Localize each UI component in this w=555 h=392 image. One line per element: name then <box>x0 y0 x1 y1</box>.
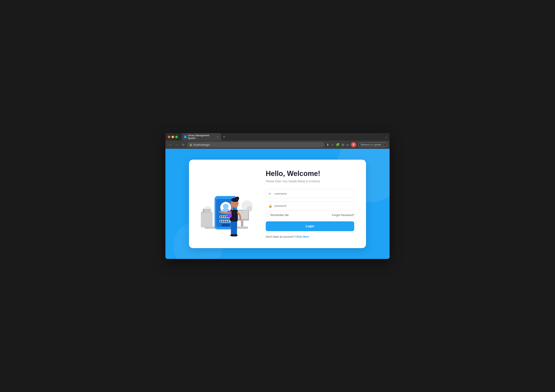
tab-bar: ⊙ Library Management System - ✕ + <box>182 133 387 141</box>
svg-point-19 <box>222 221 224 222</box>
new-tab-button[interactable]: + <box>222 135 226 139</box>
maximize-button[interactable] <box>175 136 178 138</box>
svg-point-37 <box>247 206 252 211</box>
relaunch-menu-icon: ⋮ <box>382 143 385 146</box>
relaunch-label: Relaunch to update <box>361 143 381 146</box>
illustration-side <box>197 170 256 237</box>
svg-point-27 <box>233 234 238 237</box>
tab-close-button[interactable]: ✕ <box>216 135 219 138</box>
form-subtitle: Please Enter Your Details Below to Conti… <box>266 180 354 183</box>
signup-text: Don't have an account? <box>266 235 295 238</box>
relaunch-button[interactable]: Relaunch to update ⋮ <box>358 143 387 147</box>
back-button[interactable]: ← <box>168 142 173 147</box>
chevron-down-icon[interactable]: ⌄ <box>385 135 387 138</box>
svg-point-20 <box>224 221 226 222</box>
page-content: Hello, Welcome! Please Enter Your Detail… <box>165 149 390 259</box>
toolbar-right: ⬆ ☆ 🧩 ⊟ ▭ E Relaunch to update ⋮ <box>327 142 387 147</box>
svg-rect-5 <box>241 221 243 226</box>
form-side: Hello, Welcome! Please Enter Your Detail… <box>266 169 354 238</box>
form-title: Hello, Welcome! <box>266 169 354 178</box>
svg-rect-23 <box>221 224 230 226</box>
form-options: Remember Me Forgot Password? <box>266 213 354 217</box>
bookmark-icon[interactable]: ☆ <box>331 143 334 147</box>
active-tab[interactable]: ⊙ Library Management System - ✕ <box>182 133 221 141</box>
traffic-lights <box>168 136 178 138</box>
svg-point-13 <box>222 216 224 218</box>
address-bar[interactable]: 🔒 localhost/login <box>187 142 324 147</box>
lock-icon: 🔒 <box>190 144 192 146</box>
browser-window: ⊙ Library Management System - ✕ + ⌄ ← → … <box>165 133 390 259</box>
svg-point-15 <box>226 216 227 218</box>
remember-me-label[interactable]: Remember Me <box>266 213 289 217</box>
password-icon: 🔒 <box>269 204 272 208</box>
tab-favicon: ⊙ <box>184 135 186 138</box>
svg-point-22 <box>228 221 229 222</box>
password-input[interactable] <box>266 201 354 210</box>
svg-point-39 <box>204 209 209 214</box>
sidebar-icon[interactable]: ⊟ <box>342 143 344 147</box>
browser-titlebar: ⊙ Library Management System - ✕ + ⌄ <box>165 133 390 141</box>
forward-button[interactable]: → <box>175 142 179 147</box>
login-button[interactable]: Login <box>266 221 354 231</box>
share-icon[interactable]: ⬆ <box>327 143 329 147</box>
password-input-group: 🔒 <box>266 201 354 210</box>
svg-point-12 <box>220 216 222 218</box>
tab-title: Library Management System - <box>188 134 215 140</box>
forgot-password-link[interactable]: Forgot Password? <box>332 213 354 217</box>
url-text: localhost/login <box>194 143 210 146</box>
login-card: Hello, Welcome! Please Enter Your Detail… <box>189 160 366 248</box>
close-button[interactable] <box>168 136 170 138</box>
svg-point-35 <box>236 196 239 200</box>
minimize-button[interactable] <box>171 136 174 138</box>
refresh-button[interactable]: ↻ <box>181 142 185 147</box>
remember-me-text: Remember Me <box>270 213 289 217</box>
window-controls: ⌄ <box>383 135 387 138</box>
extensions-icon[interactable]: 🧩 <box>336 143 340 147</box>
username-icon: ✉ <box>269 192 271 196</box>
svg-point-21 <box>226 221 227 222</box>
signup-link-container: Don't have an account? Click Here <box>266 235 354 238</box>
illustration-container <box>197 170 256 237</box>
svg-rect-0 <box>201 212 213 227</box>
remember-me-checkbox[interactable] <box>266 213 269 217</box>
profile-button[interactable]: E <box>351 142 356 147</box>
display-icon[interactable]: ▭ <box>346 143 349 147</box>
svg-rect-25 <box>234 221 237 235</box>
login-illustration <box>197 170 256 237</box>
signup-link[interactable]: Click Here <box>295 235 309 238</box>
svg-point-9 <box>223 204 228 209</box>
svg-point-18 <box>220 221 222 222</box>
username-input-group: ✉ <box>266 189 354 198</box>
svg-point-14 <box>224 216 226 218</box>
username-input[interactable] <box>266 189 354 198</box>
browser-toolbar: ← → ↻ 🔒 localhost/login ⬆ ☆ 🧩 ⊟ ▭ E Rela… <box>165 141 390 149</box>
